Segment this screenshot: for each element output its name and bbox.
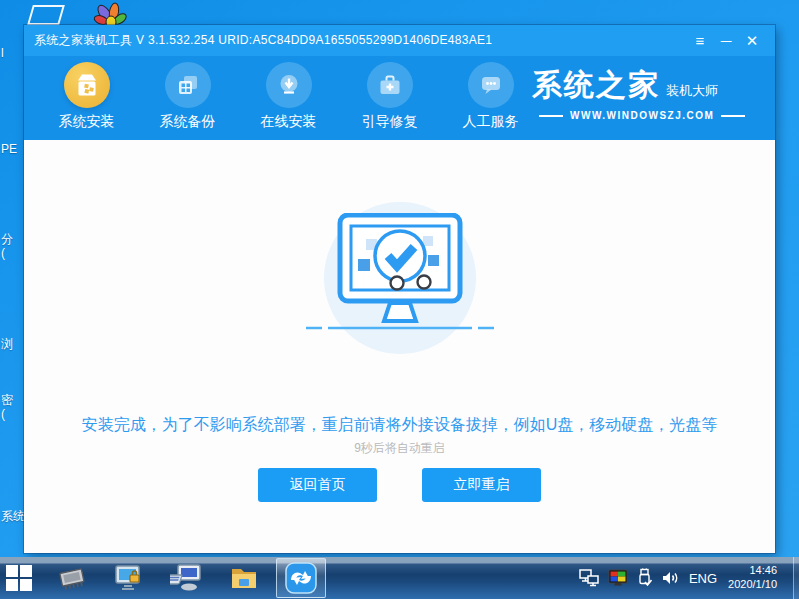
- show-desktop-button[interactable]: [793, 557, 799, 599]
- window-title: 系统之家装机工具 V 3.1.532.254 URID:A5C84DD9A165…: [34, 32, 687, 49]
- nav-item-boot-repair[interactable]: 引导修复: [339, 56, 440, 140]
- taskbar-installer-app-button[interactable]: [276, 558, 326, 598]
- taskbar-memory-chip-icon[interactable]: [56, 563, 88, 593]
- desktop-label-fragment: (: [1, 407, 26, 421]
- taskbar: ENG 14:46 2020/1/10: [0, 557, 799, 599]
- logo-dash: [721, 115, 745, 117]
- usb-device-icon[interactable]: [637, 568, 652, 588]
- main-content: 安装完成，为了不影响系统部署，重启前请将外接设备拔掉，例如U盘，移动硬盘，光盘等…: [24, 140, 775, 553]
- minimize-icon[interactable]: ─: [713, 32, 739, 49]
- toolbox-icon: [367, 62, 413, 108]
- desktop-label-fragment: 浏: [1, 336, 26, 353]
- nav-item-system-install[interactable]: 系统安装: [36, 56, 137, 140]
- restart-now-button[interactable]: 立即重启: [422, 468, 541, 502]
- start-button[interactable]: [0, 557, 38, 599]
- network-icon[interactable]: [579, 569, 599, 587]
- nav-item-manual-service[interactable]: 人工服务: [440, 56, 541, 140]
- taskbar-clock[interactable]: 14:46 2020/1/10: [728, 564, 777, 592]
- download-icon: [266, 62, 312, 108]
- main-navbar: 系统安装 系统备份: [24, 56, 775, 140]
- taskbar-locked-pc-icon[interactable]: [112, 563, 144, 593]
- clock-time: 14:46: [728, 564, 777, 578]
- restart-countdown: 9秒后将自动重启: [24, 440, 775, 457]
- desktop-label-fragment: (: [1, 246, 26, 260]
- desktop-label-fragment: PE: [1, 142, 26, 156]
- taskbar-folder-icon[interactable]: [228, 563, 260, 593]
- display-color-icon[interactable]: [608, 569, 628, 587]
- brand-logo: 系统之家 装机大师 WWW.WINDOWSZJ.COM: [532, 65, 757, 121]
- nav-item-online-install[interactable]: 在线安装: [238, 56, 339, 140]
- nav-label: 系统备份: [160, 113, 216, 131]
- nav-label: 系统安装: [59, 113, 115, 131]
- installer-window: 系统之家装机工具 V 3.1.532.254 URID:A5C84DD9A165…: [24, 25, 775, 553]
- nav-label: 在线安装: [261, 113, 317, 131]
- close-icon[interactable]: ✕: [739, 32, 765, 50]
- system-tray: ENG 14:46 2020/1/10: [579, 557, 799, 599]
- nav-item-system-backup[interactable]: 系统备份: [137, 56, 238, 140]
- nav-label: 引导修复: [362, 113, 418, 131]
- windows-logo-icon: [6, 565, 32, 591]
- language-indicator[interactable]: ENG: [689, 571, 717, 586]
- desktop-pc-icon[interactable]: [27, 5, 65, 25]
- desktop-label-fragment: l: [1, 46, 26, 60]
- chat-bubble-icon: [468, 62, 514, 108]
- desktop-label-fragment: 系统: [1, 508, 26, 525]
- clock-date: 2020/1/10: [728, 578, 777, 592]
- menu-icon[interactable]: ≡: [687, 32, 713, 49]
- back-home-button[interactable]: 返回首页: [258, 468, 377, 502]
- window-titlebar[interactable]: 系统之家装机工具 V 3.1.532.254 URID:A5C84DD9A165…: [24, 25, 775, 56]
- taskbar-keyboard-pc-icon[interactable]: [170, 563, 204, 593]
- nav-label: 人工服务: [463, 113, 519, 131]
- backup-copies-icon: [165, 62, 211, 108]
- brand-name: 系统之家: [532, 65, 660, 106]
- package-icon: [64, 62, 110, 108]
- brand-site: WWW.WINDOWSZJ.COM: [570, 110, 714, 121]
- brand-subtitle: 装机大师: [666, 82, 718, 100]
- logo-dash: [539, 115, 563, 117]
- install-complete-message: 安装完成，为了不影响系统部署，重启前请将外接设备拔掉，例如U盘，移动硬盘，光盘等: [24, 415, 775, 436]
- volume-icon[interactable]: [661, 569, 680, 587]
- installer-app-icon: [284, 561, 318, 595]
